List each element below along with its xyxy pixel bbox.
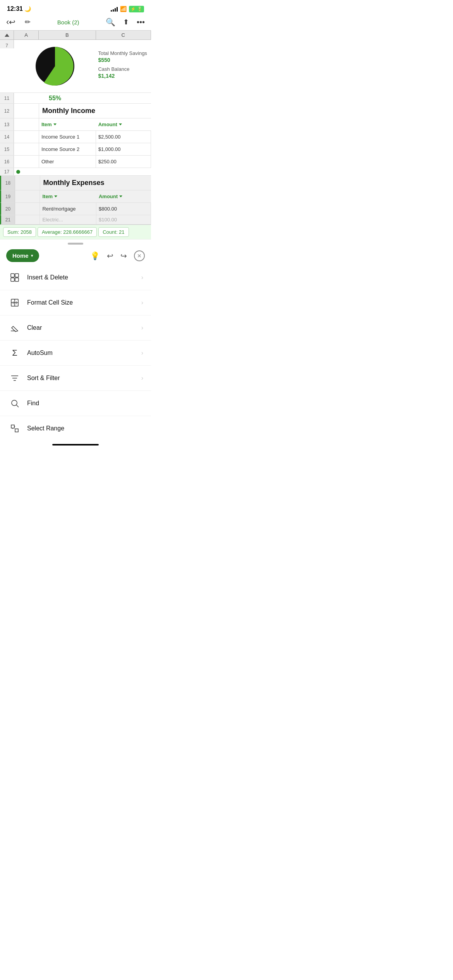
close-icon: ✕: [137, 253, 142, 259]
row-num-21: 21: [1, 215, 15, 224]
toolbar: ‹ ↩ ✏ Book (2) 🔍 ⬆ •••: [0, 15, 151, 30]
total-savings-value: $550: [98, 57, 149, 63]
col-header-b[interactable]: B: [39, 31, 96, 39]
drag-handle[interactable]: [68, 243, 83, 245]
svg-rect-14: [11, 425, 14, 428]
expenses-row-20: 20 Rent/mortgage $800.00: [0, 203, 151, 215]
cell-20c[interactable]: $800.00: [96, 203, 151, 215]
cell-16c[interactable]: $250.00: [96, 156, 151, 168]
income-row-15: 15 Income Source 2 $1,000.00: [0, 143, 151, 156]
cell-21b[interactable]: Electric...: [40, 215, 96, 224]
count-pill: Count: 21: [98, 227, 129, 237]
cell-14a: [14, 131, 39, 143]
expenses-row-21: 21 Electric... $100.00: [0, 215, 151, 224]
status-time: 12:31: [7, 5, 23, 12]
clear-chevron: ›: [141, 324, 143, 331]
menu-item-autosum[interactable]: Σ AutoSum ›: [0, 341, 151, 366]
bulb-icon[interactable]: 💡: [90, 251, 100, 260]
svg-rect-3: [11, 278, 14, 281]
income-amount-header[interactable]: Amount: [96, 118, 151, 130]
cell-14b[interactable]: Income Source 1: [39, 131, 96, 143]
bottom-toolbar: Home ▾ 💡 ↩ ↪ ✕: [0, 246, 151, 265]
menu-item-insert-delete[interactable]: Insert & Delete ›: [0, 265, 151, 290]
bottom-sheet-handle-area: [0, 239, 151, 246]
cell-14c[interactable]: $2,500.00: [96, 131, 151, 143]
cell-15c[interactable]: $1,000.00: [96, 143, 151, 155]
select-range-icon: [8, 421, 22, 435]
cell-15b[interactable]: Income Source 2: [39, 143, 96, 155]
exp-item-dropdown[interactable]: [54, 195, 57, 197]
find-label: Find: [27, 400, 141, 407]
status-bar: 12:31 🌙 📶 ⚡ 🔋: [0, 0, 151, 15]
menu-item-format-cell-size[interactable]: Format Cell Size ›: [0, 290, 151, 315]
close-button[interactable]: ✕: [134, 250, 145, 261]
pie-chart: [32, 43, 78, 89]
row-num-12: 12: [0, 104, 14, 118]
expenses-headers-row: 19 Item Amount: [0, 190, 151, 203]
cell-21a: [15, 215, 40, 224]
redo-action-icon[interactable]: ↪: [120, 251, 127, 260]
svg-rect-15: [15, 429, 18, 432]
home-indicator: [0, 441, 151, 447]
select-all-icon[interactable]: [5, 34, 9, 37]
expenses-amount-header[interactable]: Amount: [96, 190, 151, 202]
moon-icon: 🌙: [24, 6, 31, 12]
home-label: Home: [12, 252, 29, 259]
edit-button[interactable]: ✏: [25, 18, 31, 26]
percentage-row: 11 55%: [0, 93, 151, 104]
pie-legend: Total Monthly Savings $550 Cash Balance …: [96, 40, 151, 93]
bottom-action-icons: 💡 ↩ ↪ ✕: [90, 250, 145, 261]
monthly-expenses-title: Monthly Expenses: [40, 176, 151, 190]
income-headers-row: 13 Item Amount: [0, 118, 151, 131]
cell-16b[interactable]: Other: [39, 156, 96, 168]
svg-rect-1: [11, 274, 14, 277]
menu-item-sort-filter[interactable]: Sort & Filter ›: [0, 366, 151, 391]
cell-20b[interactable]: Rent/mortgage: [40, 203, 96, 215]
autosum-chevron: ›: [141, 350, 143, 356]
menu-item-find[interactable]: Find ›: [0, 391, 151, 416]
home-bar: [52, 444, 99, 445]
back-button[interactable]: ‹: [6, 17, 9, 27]
income-row-16: 16 Other $250.00: [0, 156, 151, 168]
wifi-icon: 📶: [120, 6, 127, 12]
income-item-header[interactable]: Item: [39, 118, 96, 130]
svg-rect-2: [15, 274, 19, 277]
income-row-14: 14 Income Source 1 $2,500.00: [0, 131, 151, 143]
autosum-label: AutoSum: [27, 350, 141, 356]
sort-filter-label: Sort & Filter: [27, 375, 141, 382]
row-num-7: 7: [0, 40, 14, 48]
cash-balance-value: $1,142: [98, 73, 149, 79]
search-button[interactable]: 🔍: [106, 17, 115, 27]
undo-button[interactable]: ↩: [9, 17, 15, 27]
format-cell-size-label: Format Cell Size: [27, 299, 141, 306]
monthly-income-title-row: 12 Monthly Income: [0, 104, 151, 118]
home-button[interactable]: Home ▾: [6, 249, 39, 262]
exp-amount-dropdown[interactable]: [119, 195, 122, 197]
empty-cell-11c: [96, 93, 151, 103]
clear-label: Clear: [27, 324, 141, 331]
pie-chart-row: 7 Total Monthly Savings $550 Cash Balanc…: [0, 40, 151, 93]
share-button[interactable]: ⬆: [123, 18, 129, 26]
row-num-18: 18: [1, 176, 15, 190]
menu-item-select-range[interactable]: Select Range: [0, 416, 151, 441]
expenses-item-header[interactable]: Item: [40, 190, 96, 202]
format-cell-size-chevron: ›: [141, 299, 143, 306]
cell-21c[interactable]: $100.00: [96, 215, 151, 224]
monthly-income-label: Monthly Income: [42, 107, 95, 115]
col-header-c[interactable]: C: [96, 31, 151, 39]
sum-pill: Sum: 2058: [3, 227, 36, 237]
amount-dropdown-arrow[interactable]: [119, 123, 122, 125]
row-num-20: 20: [1, 203, 15, 215]
undo-action-icon[interactable]: ↩: [107, 251, 113, 260]
status-icons: 📶 ⚡ 🔋: [111, 6, 144, 12]
percentage-cell: 55%: [14, 93, 96, 103]
col-header-a[interactable]: A: [14, 31, 39, 39]
home-chevron-icon: ▾: [31, 254, 33, 258]
more-button[interactable]: •••: [137, 18, 145, 27]
find-icon: [8, 396, 22, 410]
menu-item-clear[interactable]: Clear ›: [0, 315, 151, 341]
cell-18a: [15, 176, 40, 190]
monthly-expenses-label: Monthly Expenses: [43, 179, 105, 187]
autosum-icon: Σ: [8, 346, 22, 360]
item-dropdown-arrow[interactable]: [53, 123, 57, 125]
